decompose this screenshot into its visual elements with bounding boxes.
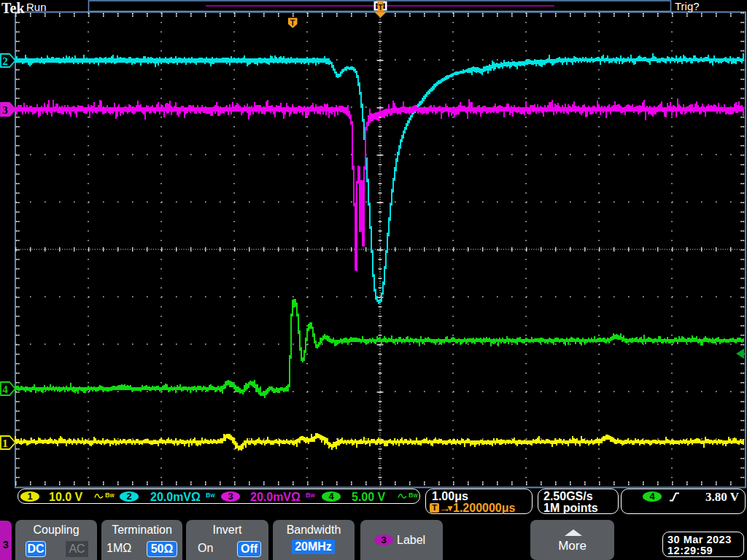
svg-text:4: 4 (2, 384, 8, 395)
svg-text:T: T (378, 4, 382, 12)
svg-text:1: 1 (2, 438, 8, 449)
svg-text:3: 3 (2, 104, 8, 116)
svg-text:T: T (290, 18, 295, 27)
svg-text:2: 2 (2, 55, 8, 67)
